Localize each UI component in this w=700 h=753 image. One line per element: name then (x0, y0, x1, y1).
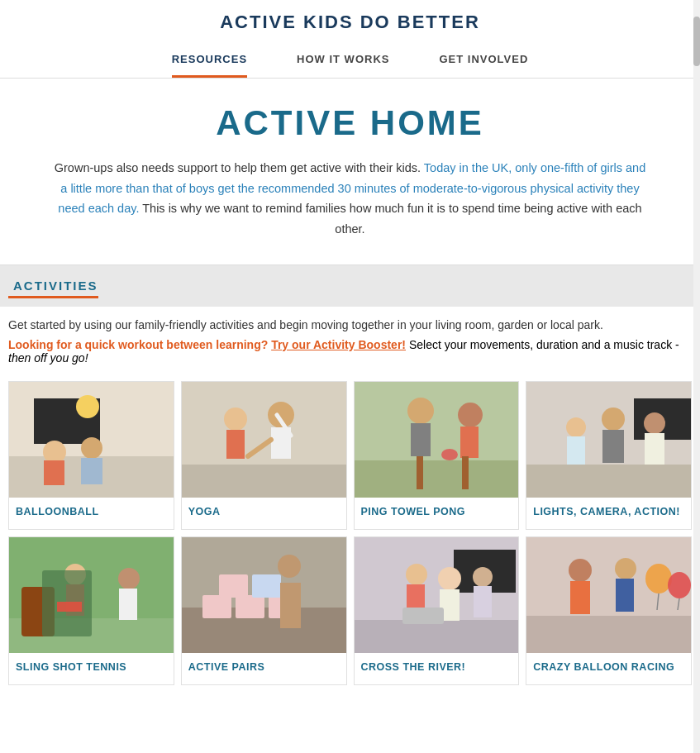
promo-line: Looking for a quick workout between lear… (8, 338, 692, 365)
promo-suffix: Select your movements, duration and a mu… (409, 338, 679, 351)
activity-booster-link[interactable]: Try our Activity Booster! (271, 338, 406, 351)
hero-desc-part2: This is why we want to remind families h… (139, 202, 641, 236)
svg-point-27 (566, 417, 586, 437)
svg-point-18 (407, 398, 434, 424)
svg-rect-33 (526, 465, 691, 498)
svg-point-4 (43, 441, 66, 464)
activity-image-lights-camera-action (526, 382, 691, 498)
svg-rect-23 (417, 456, 423, 489)
activity-label-lights-camera-action: LIGHTS, CAMERA, ACTION! (526, 498, 691, 529)
svg-rect-7 (81, 458, 102, 484)
activity-image-cross-the-river (355, 537, 519, 653)
activities-banner: ACTIVITIES (0, 265, 700, 307)
svg-rect-31 (602, 430, 624, 463)
page-title: ACTIVE HOME (50, 103, 650, 143)
svg-rect-67 (616, 579, 634, 612)
activity-card-crazy-balloon-racing[interactable]: CRAZY BALLOON RACING (526, 536, 692, 685)
svg-rect-63 (526, 616, 691, 653)
nav-how-it-works[interactable]: HOW IT WORKS (297, 41, 389, 78)
svg-point-40 (118, 568, 140, 589)
activity-card-yoga[interactable]: YOGA (181, 381, 347, 530)
svg-point-5 (81, 437, 102, 459)
svg-rect-61 (402, 608, 444, 624)
svg-rect-50 (252, 574, 281, 598)
svg-point-68 (645, 564, 672, 593)
activities-label: ACTIVITIES (8, 279, 98, 298)
svg-rect-19 (411, 423, 431, 456)
hero-desc-part1: Grown-ups also needs support to help the… (55, 161, 424, 174)
scroll-thumb[interactable] (693, 17, 700, 66)
svg-rect-15 (226, 430, 245, 459)
activity-image-balloonball (9, 382, 174, 498)
activity-card-ping-towel-pong[interactable]: PING TOWEL PONG (354, 381, 520, 530)
activity-grid: BALLOONBALL YOGA PING TOWEL PONG (8, 381, 692, 693)
svg-rect-65 (570, 581, 590, 614)
svg-rect-21 (460, 427, 479, 458)
svg-point-45 (278, 555, 301, 578)
svg-rect-24 (462, 456, 469, 489)
hero-description: Grown-ups also needs support to help the… (50, 158, 650, 240)
svg-point-3 (76, 395, 99, 418)
svg-rect-6 (44, 460, 64, 485)
activity-card-active-pairs[interactable]: ACTIVE PAIRS (181, 536, 347, 685)
svg-rect-60 (474, 586, 492, 617)
svg-rect-9 (182, 465, 346, 498)
main-content: Get started by using our family-friendly… (0, 307, 700, 693)
svg-rect-17 (355, 460, 519, 498)
svg-rect-54 (355, 620, 519, 653)
activity-image-sling-shot-tennis (9, 537, 174, 653)
activity-label-ping-towel-pong: PING TOWEL PONG (355, 498, 519, 529)
svg-rect-46 (202, 595, 231, 618)
site-title: ACTIVE KIDS DO BETTER (0, 12, 700, 33)
svg-rect-41 (119, 589, 137, 620)
nav-resources[interactable]: RESOURCES (172, 41, 247, 78)
svg-rect-30 (567, 436, 585, 465)
svg-point-20 (458, 403, 483, 427)
svg-rect-51 (280, 583, 301, 628)
activity-image-active-pairs (182, 537, 346, 653)
activity-label-crazy-balloon-racing: CRAZY BALLOON RACING (526, 653, 691, 684)
hero-section: ACTIVE HOME Grown-ups also needs support… (0, 79, 700, 265)
main-nav: RESOURCES HOW IT WORKS GET INVOLVED (0, 41, 700, 79)
svg-rect-49 (219, 574, 248, 598)
promo-prefix: Looking for a quick workout between lear… (8, 338, 268, 351)
svg-rect-42 (57, 602, 82, 612)
activity-card-sling-shot-tennis[interactable]: SLING SHOT TENNIS (8, 536, 174, 685)
svg-point-55 (406, 564, 427, 585)
activity-label-active-pairs: ACTIVE PAIRS (182, 653, 346, 684)
svg-point-29 (644, 412, 665, 434)
activity-card-lights-camera-action[interactable]: LIGHTS, CAMERA, ACTION! (526, 381, 692, 530)
svg-point-69 (668, 572, 691, 598)
intro-text: Get started by using our family-friendly… (8, 318, 692, 331)
activity-image-yoga (182, 382, 346, 498)
promo-italic: then off you go! (8, 351, 88, 365)
activity-card-balloonball[interactable]: BALLOONBALL (8, 381, 174, 530)
svg-point-64 (569, 559, 592, 582)
nav-get-involved[interactable]: GET INVOLVED (439, 41, 528, 78)
svg-point-14 (224, 407, 247, 431)
activity-label-balloonball: BALLOONBALL (9, 498, 174, 529)
site-header: ACTIVE KIDS DO BETTER (0, 0, 700, 41)
activity-label-sling-shot-tennis: SLING SHOT TENNIS (9, 653, 174, 684)
activity-card-cross-the-river[interactable]: CROSS THE RIVER! (354, 536, 520, 685)
svg-point-57 (438, 567, 461, 590)
svg-point-59 (473, 567, 493, 587)
activity-image-ping-towel-pong (355, 382, 519, 498)
activity-label-cross-the-river: CROSS THE RIVER! (355, 653, 519, 684)
activity-label-yoga: YOGA (182, 498, 346, 529)
svg-rect-32 (645, 433, 664, 465)
svg-point-22 (441, 449, 458, 460)
scrollbar[interactable] (693, 0, 700, 693)
svg-rect-47 (236, 595, 264, 618)
svg-point-66 (615, 558, 636, 579)
svg-point-28 (602, 407, 625, 431)
activity-image-crazy-balloon-racing (526, 537, 691, 653)
